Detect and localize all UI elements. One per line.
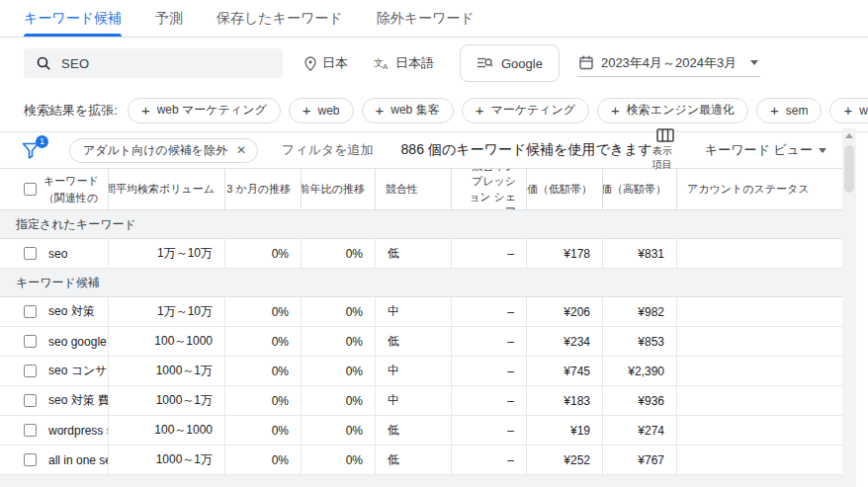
- cell-impression_share: –: [452, 416, 527, 445]
- expand-chip-6[interactable]: +wordpress: [829, 98, 868, 123]
- column-header-keyword[interactable]: キーワード（関連性の高い順）: [0, 169, 109, 209]
- language-selector[interactable]: 文A 日本語: [374, 54, 434, 72]
- keyword-header-label: キーワード（関連性の高い順）: [43, 173, 98, 205]
- cell-yoy: 0%: [302, 386, 376, 415]
- add-filter-button[interactable]: フィルタを追加: [282, 141, 374, 159]
- cell-yoy: 0%: [302, 297, 376, 326]
- column-header-volume[interactable]: 月間平均検索ボリューム: [109, 169, 225, 209]
- cell-keyword: seo コンサル: [0, 357, 109, 385]
- expand-chip-0[interactable]: +web マーケティング: [128, 98, 281, 123]
- tab-saved-keywords[interactable]: 保存したキーワード: [217, 0, 343, 37]
- expand-chip-1[interactable]: +web: [289, 98, 354, 123]
- tab-negative-keywords[interactable]: 除外キーワード: [377, 0, 475, 37]
- calendar-icon: [579, 55, 593, 70]
- remove-filter-icon[interactable]: ✕: [236, 144, 246, 156]
- cell-three_month: 0%: [225, 239, 302, 268]
- keyword-text: seo コンサル: [48, 363, 109, 379]
- expand-chip-label: sem: [786, 104, 809, 118]
- tab-forecast[interactable]: 予測: [155, 0, 183, 37]
- columns-button[interactable]: 表示項目: [652, 128, 679, 172]
- row-checkbox[interactable]: [24, 247, 37, 260]
- section-title: キーワード候補: [16, 275, 100, 291]
- active-tab-underline: [24, 34, 122, 37]
- column-header-impression_share[interactable]: 広告インプレッション シェア: [452, 169, 527, 209]
- expand-search-row: 検索結果を拡張: +web マーケティング+web+web 集客+マーケティング…: [0, 89, 868, 131]
- keyword-text: wordpress seo: [48, 424, 109, 438]
- vertical-scrollbar[interactable]: [842, 128, 856, 487]
- location-selector[interactable]: 日本: [304, 54, 348, 72]
- row-checkbox[interactable]: [24, 305, 37, 318]
- cell-volume: 1000～1万: [109, 446, 225, 474]
- tab-label: 保存したキーワード: [217, 10, 343, 28]
- cell-status: [677, 386, 842, 415]
- result-count-text: 886 個のキーワード候補を使用できます: [401, 141, 652, 159]
- row-checkbox[interactable]: [24, 365, 37, 377]
- table-row: seo 対策 費用1000～1万0%0%中–¥183¥936: [0, 386, 842, 416]
- translate-icon: 文A: [374, 56, 390, 70]
- table-row: seo 対策1万～10万0%0%中–¥206¥982: [0, 297, 842, 327]
- cell-impression_share: –: [452, 446, 527, 474]
- tab-keyword-ideas[interactable]: キーワード候補: [24, 0, 122, 37]
- view-selector[interactable]: キーワード ビュー: [705, 141, 826, 159]
- select-all-checkbox[interactable]: [24, 183, 37, 196]
- cell-top_bid_low: ¥252: [527, 446, 603, 474]
- columns-icon: [656, 128, 674, 142]
- filter-button[interactable]: 1: [22, 142, 40, 159]
- active-filter-chip[interactable]: アダルト向けの候補を除外 ✕: [69, 138, 258, 163]
- cell-status: [677, 239, 842, 268]
- search-icon: [36, 55, 51, 71]
- cell-status: [677, 357, 842, 385]
- keyword-text: all in one seo: [48, 453, 109, 467]
- row-checkbox[interactable]: [24, 394, 37, 407]
- cell-three_month: 0%: [225, 416, 302, 445]
- column-header-status[interactable]: アカウントのステータス: [677, 169, 842, 209]
- cell-competition: 低: [376, 239, 452, 268]
- expand-chip-label: web: [318, 104, 340, 118]
- network-selector[interactable]: Google: [460, 44, 560, 82]
- column-header-three_month[interactable]: 3 か月の推移: [225, 169, 302, 209]
- cell-competition: 中: [376, 386, 452, 415]
- cell-top_bid_high: ¥982: [603, 297, 677, 326]
- expand-search-label: 検索結果を拡張:: [24, 102, 118, 120]
- tab-label: 予測: [155, 10, 183, 28]
- column-header-top_bid_high[interactable]: 上部に掲載された広告の入札単価（高額帯）: [603, 169, 677, 209]
- row-checkbox[interactable]: [24, 335, 37, 348]
- row-checkbox[interactable]: [24, 424, 37, 437]
- column-header-yoy[interactable]: 前年比の推移: [302, 169, 376, 209]
- cell-impression_share: –: [452, 239, 527, 268]
- scrollbar-thumb[interactable]: [844, 145, 854, 193]
- keyword-text: seo 対策: [48, 303, 95, 320]
- tab-label: 除外キーワード: [377, 10, 475, 28]
- cell-top_bid_high: ¥2,390: [603, 357, 677, 385]
- expand-chip-label: web マーケティング: [157, 102, 267, 119]
- cell-top_bid_high: ¥767: [603, 446, 677, 474]
- column-header-top_bid_low[interactable]: 上部に掲載された広告の入札単価（低額帯）: [527, 169, 603, 209]
- row-checkbox[interactable]: [24, 453, 37, 466]
- table-body: 指定されたキーワードseo1万～10万0%0%低–¥178¥831キーワード候補…: [0, 210, 842, 475]
- tab-bar: キーワード候補予測保存したキーワード除外キーワード: [0, 0, 868, 38]
- plus-icon: +: [611, 103, 620, 118]
- cell-status: [677, 327, 842, 356]
- cell-keyword: seo 対策 費用: [0, 386, 109, 415]
- expand-chip-4[interactable]: +検索エンジン最適化: [597, 98, 748, 123]
- expand-chip-2[interactable]: +web 集客: [362, 98, 454, 123]
- keyword-text: seo 対策 費用: [48, 392, 109, 409]
- keyword-search-input[interactable]: SEO: [24, 48, 283, 78]
- cell-keyword: all in one seo: [0, 446, 109, 474]
- table-footer-spacer: [0, 475, 842, 487]
- cell-status: [677, 416, 842, 445]
- cell-three_month: 0%: [225, 386, 302, 415]
- scroll-up-arrow-icon[interactable]: [845, 133, 853, 138]
- cell-impression_share: –: [452, 357, 527, 385]
- table-row: seo google100～10000%0%低–¥234¥853: [0, 327, 842, 357]
- cell-volume: 1000～1万: [109, 386, 225, 415]
- cell-top_bid_low: ¥19: [527, 416, 603, 445]
- cell-yoy: 0%: [302, 416, 376, 445]
- location-value: 日本: [322, 54, 348, 72]
- table-row: seo コンサル1000～1万0%0%中–¥745¥2,390: [0, 357, 842, 386]
- expand-chip-3[interactable]: +マーケティング: [462, 98, 589, 123]
- column-header-competition[interactable]: 競合性: [376, 169, 452, 209]
- cell-keyword: wordpress seo: [0, 416, 109, 445]
- date-range-selector[interactable]: 2023年4月～2024年3月: [577, 50, 760, 77]
- expand-chip-5[interactable]: +sem: [756, 98, 822, 123]
